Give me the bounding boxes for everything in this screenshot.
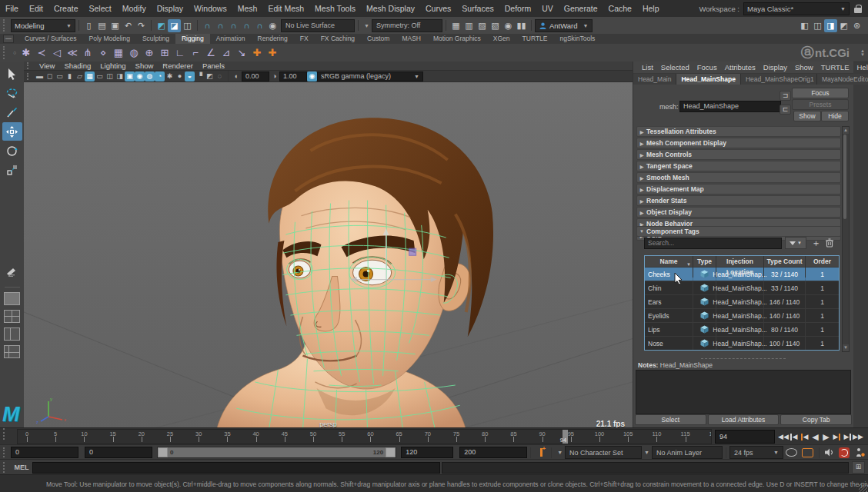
time-ruler[interactable]: 0510152025303540455055606570758085909510… <box>17 429 712 444</box>
ae-menu-item[interactable]: Show <box>791 63 817 71</box>
cluster-icon[interactable]: ◍ <box>126 45 142 61</box>
scale-tool[interactable] <box>2 161 22 179</box>
ae-menu-item[interactable]: Selected <box>657 63 693 71</box>
live-surface-field[interactable]: No Live Surface <box>281 19 355 32</box>
motion-blur-icon[interactable]: ▝ <box>195 71 205 81</box>
channel-box-toggle-icon[interactable]: ◨ <box>824 19 837 32</box>
gamma-field[interactable]: 1.00 <box>279 71 307 81</box>
menu-item[interactable]: Help <box>637 4 665 13</box>
shelf-options-icon[interactable]: ○ <box>11 45 18 61</box>
shelf-tab[interactable]: Poly Modeling <box>83 34 136 44</box>
range-grip[interactable] <box>3 447 8 457</box>
shelf-scroll-arrows[interactable]: ▲▼ <box>860 49 865 57</box>
layout-outliner-persp-button[interactable] <box>4 345 20 358</box>
anim-snapshot-icon[interactable] <box>802 448 813 457</box>
select-camera-icon[interactable]: ▬ <box>35 71 45 81</box>
lock-camera-icon[interactable]: ◻ <box>45 71 55 81</box>
current-frame-marker[interactable]: 94 <box>563 430 568 444</box>
table-row[interactable]: Nose Head_MainShap... 100 / 1140 1 <box>645 336 839 350</box>
character-set-selector[interactable]: No Character Set <box>565 446 642 459</box>
symmetry-field[interactable]: Symmetry: Off <box>372 19 442 32</box>
select-object-icon[interactable]: ◪ <box>168 19 181 32</box>
step-back-frame-button[interactable]: ◀ <box>800 430 810 443</box>
shelf-tab[interactable]: Motion Graphics <box>427 34 487 44</box>
step-back-key-button[interactable]: ◀ <box>789 430 799 443</box>
menu-item[interactable]: Edit <box>24 4 48 13</box>
menu-item[interactable]: Mesh <box>232 4 263 13</box>
menu-item[interactable]: Curves <box>420 4 456 13</box>
ae-section-header[interactable]: ▶ Render Stats <box>636 195 841 206</box>
snap-view-plane-icon[interactable]: ∩ <box>253 19 266 32</box>
shelf-tab[interactable]: MASH <box>396 34 427 44</box>
step-forward-key-button[interactable]: ▶ <box>843 430 853 443</box>
image-plane-icon[interactable]: ▱ <box>75 71 85 81</box>
workspace-dropdown[interactable]: Maya Classic* ▼ <box>743 2 850 15</box>
go-to-end-button[interactable]: ▶▶ <box>853 430 863 443</box>
command-language-label[interactable]: MEL <box>11 464 32 471</box>
table-row[interactable]: Ears Head_MainShap... 146 / 1140 1 <box>645 294 839 308</box>
parent-constraint-icon[interactable]: ∟ <box>172 45 188 61</box>
ae-section-header[interactable]: ▶ Smooth Mesh <box>636 172 841 183</box>
range-end-handle[interactable] <box>386 447 396 457</box>
xray-icon[interactable]: ◌ <box>215 71 225 81</box>
viewport-menu-item[interactable]: Renderer <box>158 62 198 70</box>
tag-filter-button[interactable]: ▼ <box>785 237 806 249</box>
play-forwards-button[interactable]: ▶ <box>821 430 831 443</box>
camera-attributes-icon[interactable]: ▭ <box>55 71 65 81</box>
snap-curve-icon[interactable]: ∩ <box>214 19 227 32</box>
paint-select-tool[interactable] <box>2 103 22 121</box>
window-resize-grip[interactable] <box>859 484 867 492</box>
undo-icon[interactable]: ↶ <box>122 19 135 32</box>
menu-item[interactable]: Generate <box>559 4 603 13</box>
menu-item[interactable]: Display <box>152 4 189 13</box>
redo-icon[interactable]: ↷ <box>135 19 148 32</box>
ae-node-tab[interactable]: Head_MainShapeOrig1 <box>741 74 817 85</box>
shelf-tab[interactable]: ngSkinTools <box>554 34 602 44</box>
chevron-down-icon[interactable]: ▼ <box>557 450 563 455</box>
set-key-icon[interactable] <box>537 447 545 457</box>
animation-start-field[interactable]: 0 <box>11 447 78 458</box>
ae-menu-item[interactable]: Focus <box>693 63 721 71</box>
menu-item[interactable]: Mesh Display <box>361 4 420 13</box>
grid-toggle-icon[interactable]: ▦ <box>85 71 95 81</box>
mesh-name-input[interactable] <box>679 101 781 112</box>
create-joint-icon[interactable]: ≺ <box>34 45 49 61</box>
wireframe-shaded-icon[interactable]: ◍ <box>145 71 155 81</box>
notes-divider[interactable] <box>701 358 786 359</box>
save-scene-icon[interactable]: ▣ <box>108 19 122 32</box>
lattice-icon[interactable]: ▦ <box>111 45 126 61</box>
ae-section-header[interactable]: ▶ Object Display <box>636 207 841 218</box>
command-grip[interactable] <box>3 462 8 473</box>
viewport-menu-item[interactable]: Panels <box>198 62 229 70</box>
viewport-canvas[interactable]: y x z persp 21.1 fps <box>24 82 633 430</box>
modeling-toolkit-toggle-icon[interactable]: ◩ <box>837 19 850 32</box>
textured-mode-icon[interactable]: ◔ <box>155 71 165 81</box>
shelf-minimize-button[interactable]: — <box>3 35 14 43</box>
viewport-menu-item[interactable]: View <box>35 62 59 70</box>
layout-four-pane-button[interactable] <box>4 310 20 323</box>
shelf-tab[interactable]: Sculpting <box>136 34 175 44</box>
ae-section-header[interactable]: ▶ Mesh Controls <box>636 149 841 160</box>
ae-node-tab[interactable]: Head_Main <box>633 74 676 85</box>
render-sequence-icon[interactable]: ▨ <box>476 19 489 32</box>
playback-end-field[interactable]: 120 <box>401 447 453 458</box>
play-backwards-button[interactable]: ◀ <box>810 430 820 443</box>
menu-item[interactable]: Edit Mesh <box>262 4 309 13</box>
script-editor-icon[interactable]: ⊞ <box>852 461 865 474</box>
playback-loop-icon[interactable] <box>786 448 797 457</box>
orient-constraint-icon[interactable]: ∠ <box>203 45 219 61</box>
move-tool[interactable] <box>2 122 22 141</box>
menu-item[interactable]: Create <box>48 4 84 13</box>
ae-section-header[interactable]: ▶ Tangent Space <box>636 161 841 171</box>
humanik-icon[interactable]: ⋔ <box>80 45 95 61</box>
new-scene-icon[interactable]: ▯ <box>82 19 95 32</box>
resolution-gate-icon[interactable]: ◫ <box>105 71 115 81</box>
snap-grid-icon[interactable]: ∩ <box>201 19 214 32</box>
ae-menu-item[interactable]: Attributes <box>721 63 760 71</box>
table-row[interactable]: Lips Head_MainShap... 80 / 1140 1 <box>645 322 839 336</box>
point-constraint-icon[interactable]: ⌐ <box>188 45 203 61</box>
snap-point-icon[interactable]: ∩ <box>227 19 240 32</box>
ae-node-tab[interactable]: Head_MainShape <box>676 74 740 85</box>
snap-projected-center-icon[interactable]: ∩ <box>240 19 253 32</box>
add-tag-icon[interactable]: ＋ <box>810 237 823 250</box>
